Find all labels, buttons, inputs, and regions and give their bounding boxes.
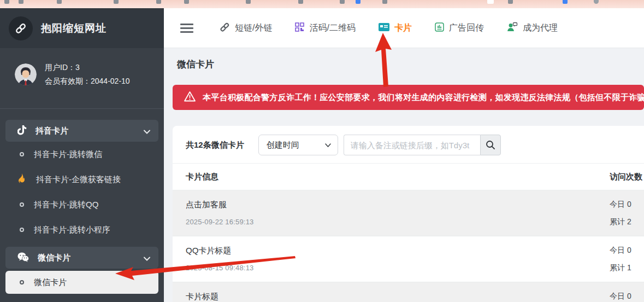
sidebar-item-douyin-wechat[interactable]: 抖音卡片-跳转微信 bbox=[0, 142, 164, 167]
visits-today: 今日 0 bbox=[610, 246, 631, 255]
sidebar-item-douyin-miniprogram[interactable]: 抖音卡片-跳转小程序 bbox=[0, 217, 164, 242]
bullet-circle-icon bbox=[20, 228, 24, 232]
link-icon bbox=[220, 22, 230, 34]
nav-item-become-agent[interactable]: 成为代理 bbox=[507, 22, 558, 34]
card-icon bbox=[379, 23, 389, 33]
search-button[interactable] bbox=[480, 135, 501, 155]
sort-select[interactable]: 创建时间 bbox=[258, 135, 338, 155]
sidebar-group-label: 抖音卡片 bbox=[36, 126, 68, 136]
bookmark-favicon[interactable] bbox=[563, 0, 568, 4]
bookmark-favicon[interactable] bbox=[246, 0, 251, 4]
nav-item-label: 卡片 bbox=[394, 22, 412, 34]
sidebar-item-wechat-card[interactable]: 微信卡片 bbox=[5, 271, 158, 294]
sidebar-item-label: 抖音卡片-跳转小程序 bbox=[34, 225, 110, 235]
sidebar: 抱阳缩短网址 用户ID：3 会员有效期：2044-02-10 bbox=[0, 8, 164, 302]
sort-select-value: 创建时间 bbox=[267, 140, 299, 150]
visit-stats: 今日 0 累计 2 bbox=[610, 200, 631, 227]
visit-stats: 今日 0 bbox=[610, 292, 631, 301]
bookmark-favicon[interactable] bbox=[298, 0, 303, 4]
brand-name: 抱阳缩短网址 bbox=[41, 21, 107, 36]
sidebar-menu: 抖音卡片 抖音卡片-跳转微信 抖音卡片-企微获客链接 抖音卡片-跳转QQ bbox=[0, 109, 164, 302]
sidebar-item-qq-card[interactable]: QQ卡片 bbox=[0, 294, 164, 302]
card-title: 点击加客服 bbox=[186, 200, 631, 210]
wechat-icon bbox=[17, 252, 29, 264]
visits-total: 累计 2 bbox=[610, 217, 631, 227]
bookmark-favicon[interactable] bbox=[19, 0, 23, 4]
column-header-card-info: 卡片信息 bbox=[186, 172, 218, 181]
table-row[interactable]: 卡片标题 今日 0 bbox=[173, 282, 644, 302]
bookmark-favicon[interactable] bbox=[382, 0, 387, 4]
agent-icon bbox=[507, 22, 518, 34]
tiktok-icon bbox=[17, 125, 27, 137]
bullet-circle-icon bbox=[20, 152, 24, 156]
chevron-down-icon bbox=[325, 143, 331, 147]
user-avatar[interactable] bbox=[15, 63, 37, 85]
user-id: 用户ID：3 bbox=[45, 61, 130, 74]
bookmark-favicon[interactable] bbox=[340, 0, 345, 4]
bullet-circle-icon bbox=[20, 202, 24, 207]
menu-toggle-icon[interactable] bbox=[180, 24, 193, 33]
search-icon bbox=[486, 140, 495, 150]
search-input[interactable] bbox=[344, 135, 480, 155]
bookmark-favicon[interactable] bbox=[356, 0, 361, 4]
nav-item-card[interactable]: 卡片 bbox=[379, 22, 412, 34]
sidebar-item-douyin-qiwei[interactable]: 抖音卡片-企微获客链接 bbox=[0, 167, 164, 192]
sidebar-item-label: 抖音卡片-跳转QQ bbox=[34, 200, 98, 210]
qrcode-icon bbox=[295, 22, 304, 34]
brand-header[interactable]: 抱阳缩短网址 bbox=[0, 8, 164, 48]
visits-total: 累计 1 bbox=[610, 263, 631, 273]
warning-triangle-icon bbox=[184, 91, 196, 103]
bookmark-favicon[interactable] bbox=[4, 0, 9, 4]
chevron-down-icon bbox=[144, 253, 150, 263]
browser-bookmarks-bar bbox=[0, 0, 644, 8]
card-title: QQ卡片标题 bbox=[186, 246, 631, 256]
page-title: 微信卡片 bbox=[177, 58, 644, 71]
table-header: 卡片信息 访问次数 bbox=[173, 163, 644, 190]
visits-today: 今日 0 bbox=[610, 200, 631, 210]
top-navbar: 短链/外链 活码/二维码 卡片 bbox=[164, 8, 644, 48]
sidebar-group-label: 微信卡片 bbox=[38, 253, 70, 263]
nav-item-ad-report[interactable]: 广告回传 bbox=[435, 22, 484, 34]
warning-text: 本平台积极配合警方反诈工作！应公安部要求，我们将对生成的内容进行检测，如发现违反… bbox=[203, 92, 644, 103]
sidebar-item-douyin-qq[interactable]: 抖音卡片-跳转QQ bbox=[0, 192, 164, 217]
bookmark-favicon[interactable] bbox=[594, 0, 599, 4]
nav-item-shortlink[interactable]: 短链/外链 bbox=[220, 22, 272, 34]
nav-item-label: 成为代理 bbox=[523, 22, 558, 34]
bookmark-favicon[interactable] bbox=[156, 0, 161, 4]
visits-today: 今日 0 bbox=[610, 292, 631, 301]
nav-item-label: 活码/二维码 bbox=[309, 22, 355, 34]
bookmark-favicon[interactable] bbox=[487, 0, 494, 4]
bookmark-favicon[interactable] bbox=[184, 0, 189, 4]
card-count-label: 共12条微信卡片 bbox=[186, 140, 244, 150]
bookmark-favicon[interactable] bbox=[114, 0, 119, 4]
membership-expiry: 会员有效期：2044-02-10 bbox=[45, 74, 130, 88]
card-created-date: 2025-08-15 09:48:13 bbox=[186, 264, 631, 272]
sidebar-item-label: 抖音卡片-跳转微信 bbox=[34, 149, 102, 160]
sidebar-group-wechat-card[interactable]: 微信卡片 bbox=[5, 247, 158, 269]
bookmark-favicon[interactable] bbox=[508, 0, 513, 4]
bookmark-favicon[interactable] bbox=[57, 0, 62, 4]
main-content: 微信卡片 本平台积极配合警方反诈工作！应公安部要求，我们将对生成的内容进行检测，… bbox=[164, 48, 644, 302]
filter-toolbar: 共12条微信卡片 创建时间 bbox=[173, 126, 644, 163]
chevron-down-icon bbox=[144, 126, 150, 136]
wechat-card-list-panel: 共12条微信卡片 创建时间 卡片信息 访问次数 bbox=[173, 126, 644, 302]
sidebar-item-label: 抖音卡片-企微获客链接 bbox=[36, 175, 121, 185]
nav-item-label: 短链/外链 bbox=[235, 22, 272, 34]
table-row[interactable]: 点击加客服 2025-09-22 16:59:13 今日 0 累计 2 bbox=[173, 190, 644, 236]
card-title: 卡片标题 bbox=[186, 292, 631, 302]
table-row[interactable]: QQ卡片标题 2025-08-15 09:48:13 今日 0 累计 1 bbox=[173, 236, 644, 282]
ad-report-icon bbox=[435, 22, 444, 34]
nav-item-label: 广告回传 bbox=[449, 22, 484, 34]
column-header-visits: 访问次数 bbox=[610, 172, 642, 182]
sidebar-group-douyin-card[interactable]: 抖音卡片 bbox=[5, 120, 158, 142]
visit-stats: 今日 0 累计 1 bbox=[610, 246, 631, 273]
nav-item-qrcode[interactable]: 活码/二维码 bbox=[295, 22, 355, 34]
sidebar-item-label: 微信卡片 bbox=[34, 277, 67, 288]
user-info: 用户ID：3 会员有效期：2044-02-10 bbox=[0, 48, 164, 97]
fire-icon bbox=[17, 173, 26, 185]
card-created-date: 2025-09-22 16:59:13 bbox=[186, 218, 631, 226]
brand-link-icon bbox=[9, 16, 33, 40]
anti-fraud-warning-banner: 本平台积极配合警方反诈工作！应公安部要求，我们将对生成的内容进行检测，如发现违反… bbox=[173, 85, 644, 110]
bullet-circle-icon bbox=[20, 280, 24, 284]
